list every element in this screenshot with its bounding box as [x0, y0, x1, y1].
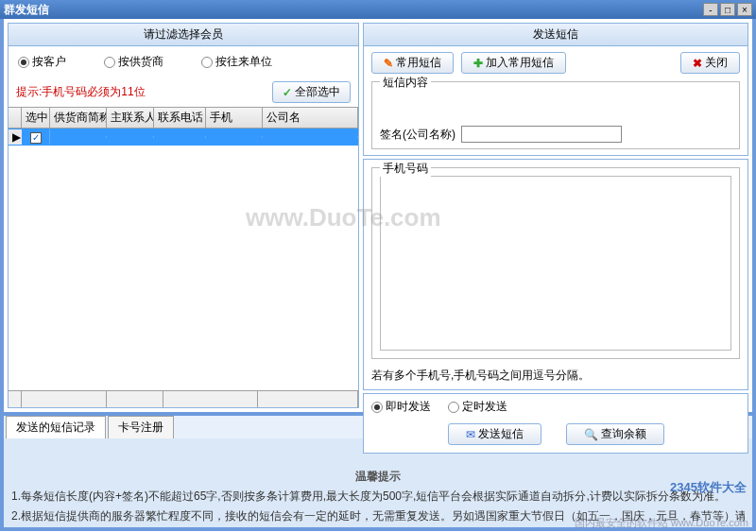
radio-label: 按客户: [32, 54, 66, 70]
send-timing-radios: 即时发送 定时发送: [364, 394, 747, 420]
plus-icon: ✚: [473, 57, 483, 70]
close-window-button[interactable]: ×: [737, 3, 752, 16]
th-marker[interactable]: [9, 108, 22, 128]
check-icon: ✓: [283, 86, 292, 99]
table-footer: [9, 390, 358, 407]
close-wrap: ✖ 关闭: [680, 52, 740, 74]
filter-by-customer[interactable]: 按客户: [18, 54, 66, 70]
content-legend: 短信内容: [380, 75, 431, 91]
button-label: 常用短信: [396, 55, 441, 71]
right-panel: 发送短信 ✎ 常用短信 ✚ 加入常用短信 ✖ 关闭 短信内容: [363, 23, 748, 408]
logo-2345: 2345软件大全: [670, 479, 747, 496]
window-controls: - □ ×: [703, 3, 752, 16]
radio-icon: [448, 402, 459, 413]
pencil-icon: ✎: [384, 57, 393, 70]
button-label: 发送短信: [478, 426, 524, 442]
button-label: 查询余额: [601, 426, 646, 442]
cell-company: [263, 136, 358, 138]
th-company[interactable]: 公司名: [263, 108, 358, 128]
th-mobile[interactable]: 手机: [206, 108, 263, 128]
sms-content-textarea[interactable]: [380, 88, 731, 122]
cell-supplier: [50, 136, 107, 138]
hint-row: 提示:手机号码必须为11位 ✓ 全部选中: [9, 77, 358, 107]
button-label: 全部选中: [295, 84, 340, 100]
footer-watermark: 国内最安全的软件站 www.DuoTe.com: [575, 516, 748, 530]
phone-fieldset: 手机号码: [371, 167, 740, 359]
th-contact[interactable]: 主联系人: [107, 108, 154, 128]
radio-label: 按往来单位: [215, 54, 272, 70]
footer-cell: [258, 391, 358, 407]
send-now-radio[interactable]: 即时发送: [371, 399, 431, 415]
radio-icon: [371, 402, 383, 413]
button-label: 加入常用短信: [486, 55, 554, 71]
send-sms-box: 发送短信 ✎ 常用短信 ✚ 加入常用短信 ✖ 关闭 短信内容: [363, 23, 748, 156]
phone-hint-text: 提示:手机号码必须为11位: [16, 84, 146, 100]
titlebar: 群发短信 - □ ×: [0, 0, 756, 19]
footer-cell: [22, 391, 107, 407]
footer-cell: [9, 391, 22, 407]
footer-cell: [163, 391, 258, 407]
filter-by-supplier[interactable]: 按供货商: [104, 54, 163, 70]
envelope-icon: ✉: [466, 428, 475, 441]
cell-phone: [154, 136, 206, 138]
th-select[interactable]: 选中: [22, 108, 50, 128]
radio-icon: [201, 57, 213, 68]
tips-title: 温馨提示: [11, 442, 745, 485]
radio-label: 定时发送: [462, 399, 507, 415]
maximize-button[interactable]: □: [720, 3, 735, 16]
filter-by-contact[interactable]: 按往来单位: [201, 54, 272, 70]
phone-format-hint: 若有多个手机号,手机号码之间用逗号分隔。: [364, 365, 747, 389]
table-header: 选中 供货商简称 主联系人 联系电话 手机 公司名: [9, 108, 358, 129]
signature-input[interactable]: [461, 126, 622, 143]
signature-row: 签名(公司名称): [380, 126, 731, 143]
left-panel: 请过滤选择会员 按客户 按供货商 按往来单位 提示:手机号码必须为11位 ✓ 全…: [8, 23, 359, 408]
footer-cell: [107, 391, 163, 407]
button-label: 关闭: [705, 55, 728, 71]
phone-legend: 手机号码: [380, 161, 431, 177]
member-table: 选中 供货商简称 主联系人 联系电话 手机 公司名 ▶ ✓: [9, 107, 358, 407]
send-scheduled-radio[interactable]: 定时发送: [448, 399, 507, 415]
cell-mobile: [206, 136, 263, 138]
radio-icon: [18, 57, 29, 68]
left-panel-header: 请过滤选择会员: [9, 24, 358, 46]
filter-radios: 按客户 按供货商 按往来单位: [9, 46, 358, 77]
main-content: 请过滤选择会员 按客户 按供货商 按往来单位 提示:手机号码必须为11位 ✓ 全…: [0, 19, 756, 416]
sms-content-fieldset: 短信内容 签名(公司名称): [371, 81, 740, 149]
search-icon: 🔍: [584, 428, 598, 441]
select-all-button[interactable]: ✓ 全部选中: [272, 81, 351, 103]
row-marker: ▶: [9, 129, 22, 145]
close-icon: ✖: [693, 57, 702, 70]
add-common-sms-button[interactable]: ✚ 加入常用短信: [461, 52, 566, 74]
row-checkbox-cell[interactable]: ✓: [22, 129, 50, 145]
radio-label: 即时发送: [386, 399, 431, 415]
th-phone[interactable]: 联系电话: [154, 108, 206, 128]
tip-line-1: 1.每条短信长度(内容+签名)不能超过65字,否则按多条计算费用,最大长度为50…: [11, 488, 745, 505]
radio-icon: [104, 57, 115, 68]
th-supplier[interactable]: 供货商简称: [50, 108, 107, 128]
tab-card-register[interactable]: 卡号注册: [108, 416, 174, 438]
window-title: 群发短信: [4, 2, 703, 18]
radio-label: 按供货商: [118, 54, 163, 70]
signature-label: 签名(公司名称): [380, 127, 455, 143]
minimize-button[interactable]: -: [703, 3, 718, 16]
table-row[interactable]: ▶ ✓: [9, 129, 358, 146]
cell-contact: [107, 136, 154, 138]
phone-textarea[interactable]: [380, 176, 731, 351]
phone-box: 手机号码 若有多个手机号,手机号码之间用逗号分隔。: [363, 159, 748, 390]
common-sms-button[interactable]: ✎ 常用短信: [371, 52, 454, 74]
right-panel-header: 发送短信: [364, 24, 747, 46]
tab-sms-history[interactable]: 发送的短信记录: [6, 416, 106, 438]
table-body: ▶ ✓: [9, 129, 358, 390]
close-button[interactable]: ✖ 关闭: [680, 52, 740, 74]
checkbox-icon: ✓: [30, 132, 42, 144]
